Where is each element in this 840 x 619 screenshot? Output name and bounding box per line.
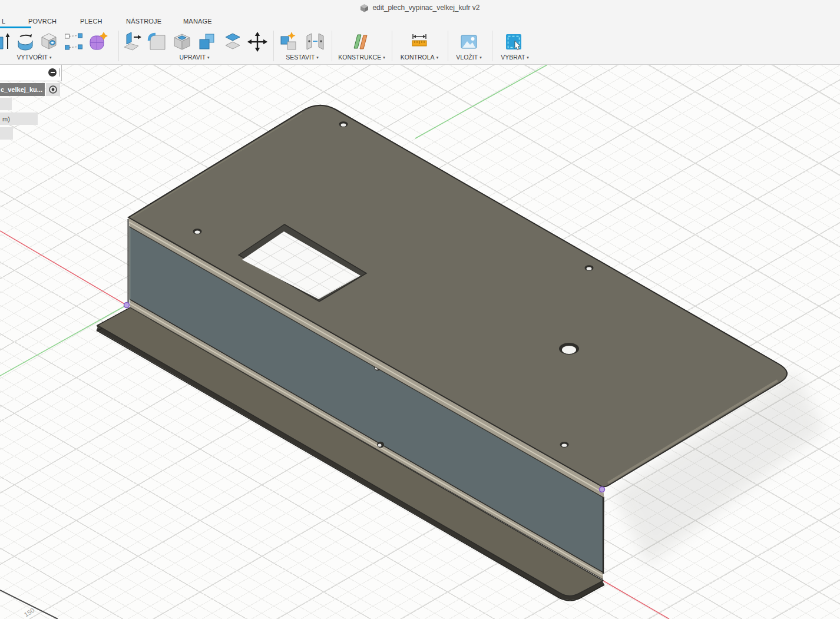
fillet-icon [147,31,168,52]
select-button[interactable] [502,31,525,53]
combine-button[interactable] [196,31,219,53]
dropdown-arrow-icon: ▾ [383,55,385,59]
active-tab-underline [0,27,31,28]
create-form-icon [88,31,109,52]
joint-icon [305,31,326,52]
y-axis-green-far [415,65,547,138]
press-pull-button[interactable] [121,31,144,53]
joint-button[interactable] [304,31,326,53]
split-body-icon [222,31,243,52]
new-component-button[interactable] [278,31,300,53]
insert-canvas-icon [458,31,479,52]
toolbar-divider [118,31,119,61]
browser-item-units[interactable]: m) [0,112,38,125]
collapse-icon[interactable] [48,68,57,77]
grid-coordinate-label: 150 [23,607,36,618]
dropdown-arrow-icon: ▾ [527,55,529,59]
vertex-marker-right[interactable] [600,487,605,492]
create-sketch-icon [63,31,84,52]
construction-plane-icon [351,31,372,52]
y-axis-green [0,306,125,376]
text-cursor [59,68,59,77]
hole-icon [38,31,59,52]
combine-icon [197,31,218,52]
dropdown-arrow-icon: ▾ [316,55,319,59]
browser-item-stub[interactable] [0,127,13,140]
select-icon [503,31,524,52]
browser-search-box[interactable] [0,65,62,81]
dropdown-arrow-icon: ▾ [49,55,52,59]
create-form-button[interactable] [87,31,110,53]
revolve-button[interactable] [14,31,37,53]
shell-icon [171,31,193,52]
group-label-konstrukce[interactable]: KONSTRUKCE▾ [332,54,391,61]
group-label-vytvorit[interactable]: VYTVOŘIT▾ [5,54,64,61]
measure-button[interactable] [408,31,431,53]
x-axis-red [0,231,125,304]
x-axis-red-far [603,581,669,619]
revolve-icon [15,31,36,52]
tab-povrch[interactable]: POVRCH [28,18,57,25]
shell-button[interactable] [171,31,193,53]
extrude-icon [0,31,12,52]
radio-icon [48,85,58,94]
new-component-icon [279,31,300,52]
fillet-button[interactable] [146,31,168,53]
tab-manage[interactable]: MANAGE [183,18,212,25]
document-cube-icon [360,4,369,12]
group-label-vybrat[interactable]: VYBRAT▾ [485,54,544,61]
split-body-button[interactable] [221,31,244,53]
tab-model-partial[interactable]: L [2,18,5,25]
dropdown-arrow-icon: ▾ [479,55,482,59]
vertex-marker-left[interactable] [124,303,130,308]
create-sketch-button[interactable] [62,31,85,53]
move-button[interactable] [246,31,269,53]
insert-canvas-button[interactable] [458,31,480,53]
document-title: edit_plech_vypinac_velkej_kufr v2 [372,4,479,12]
model-scene: 150 [0,0,840,619]
press-pull-icon [122,31,143,52]
tab-nastroje[interactable]: NÁSTROJE [126,18,161,25]
tab-plech[interactable]: PLECH [80,18,102,25]
dropdown-arrow-icon: ▾ [207,55,210,59]
group-label-upravit[interactable]: UPRAVIT▾ [165,54,224,61]
activate-component-radio[interactable] [46,83,60,96]
dropdown-arrow-icon: ▾ [436,55,439,59]
browser-item-stub[interactable] [0,98,12,110]
browser-selected-item[interactable]: c_velkej_ku... [0,83,45,96]
construction-plane-button[interactable] [350,31,373,53]
hole-button[interactable] [38,31,60,53]
group-label-sestavit[interactable]: SESTAVIT▾ [273,54,332,61]
extrude-button[interactable] [0,31,13,53]
move-icon [247,31,268,52]
app-toolbar: edit_plech_vypinac_velkej_kufr v2 L POVR… [0,0,840,65]
measure-icon [409,31,430,52]
titlebar: edit_plech_vypinac_velkej_kufr v2 [0,0,840,15]
